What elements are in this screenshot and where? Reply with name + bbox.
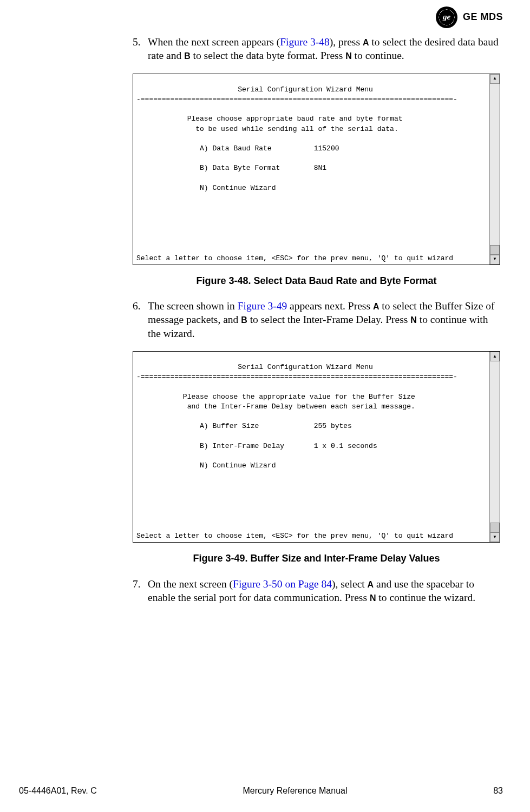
key-a: A [368, 580, 374, 589]
text: to select the Inter-Frame Delay. Press [247, 314, 411, 325]
key-n: N [370, 593, 376, 603]
terminal-option-b: B) Data Byte Format 8N1 [136, 164, 326, 172]
key-n: N [410, 315, 417, 325]
terminal-option-b: B) Inter-Frame Delay 1 x 0.1 seconds [136, 442, 377, 450]
key-n: N [345, 51, 352, 61]
text: to continue. [352, 50, 404, 61]
key-b: B [184, 51, 191, 61]
figure-reference-link[interactable]: Figure 3-50 on Page 84 [233, 578, 332, 590]
step-7: 7. On the next screen (Figure 3-50 on Pa… [133, 577, 500, 605]
terminal-title: Serial Configuration Wizard Menu [136, 363, 373, 371]
text: The screen shown in [148, 300, 238, 312]
terminal-screenshot-1: Serial Configuration Wizard Menu -======… [133, 74, 500, 265]
text: On the next screen ( [148, 578, 233, 590]
terminal-help-line: and the Inter-Frame Delay between each s… [136, 402, 415, 411]
terminal-rule: -=======================================… [136, 95, 457, 103]
terminal-content: Serial Configuration Wizard Menu -======… [133, 74, 489, 265]
brand-logo: ge GE MDS [436, 6, 503, 28]
brand-text: GE MDS [463, 11, 503, 23]
scroll-thumb[interactable] [490, 245, 500, 255]
figure-reference-link[interactable]: Figure 3-49 [238, 300, 287, 312]
step-number: 7. [133, 577, 148, 605]
terminal-title: Serial Configuration Wizard Menu [136, 85, 373, 94]
ge-monogram-icon: ge [436, 6, 457, 28]
scroll-up-icon[interactable]: ▲ [490, 74, 500, 84]
text: When the next screen appears ( [148, 36, 280, 48]
key-a: A [363, 38, 369, 47]
step-body: The screen shown in Figure 3-49 appears … [148, 299, 500, 340]
scrollbar[interactable]: ▲ ▼ [489, 74, 500, 265]
terminal-option-n: N) Continue Wizard [136, 461, 276, 470]
key-b: B [241, 315, 247, 325]
page-footer: 05-4446A01, Rev. C Mercury Reference Man… [19, 785, 503, 797]
text: to continue the wizard. [376, 592, 475, 603]
step-6: 6. The screen shown in Figure 3-49 appea… [133, 299, 500, 340]
terminal-help-line: Please choose the appropriate value for … [136, 393, 415, 401]
figure-49-caption: Figure 3-49. Buffer Size and Inter-Frame… [133, 552, 500, 565]
doc-title: Mercury Reference Manual [243, 785, 348, 797]
step-body: When the next screen appears (Figure 3-4… [148, 35, 500, 63]
text: appears next. Press [287, 300, 373, 312]
scroll-track[interactable] [490, 361, 500, 532]
terminal-prompt: Select a letter to choose item, <ESC> fo… [136, 531, 453, 541]
scrollbar[interactable]: ▲ ▼ [489, 352, 500, 542]
terminal-help-line: to be used while sending all of the seri… [136, 125, 398, 133]
scroll-up-icon[interactable]: ▲ [490, 352, 500, 361]
text: ), select [332, 578, 368, 590]
step-number: 5. [133, 35, 148, 63]
terminal-rule: -=======================================… [136, 373, 457, 381]
scroll-thumb[interactable] [490, 523, 500, 532]
key-a: A [373, 302, 379, 311]
main-content: 5. When the next screen appears (Figure … [133, 35, 500, 604]
terminal-screenshot-2: Serial Configuration Wizard Menu -======… [133, 351, 500, 543]
step-body: On the next screen (Figure 3-50 on Page … [148, 577, 500, 605]
terminal-prompt: Select a letter to choose item, <ESC> fo… [136, 254, 453, 263]
terminal-option-a: A) Data Baud Rate 115200 [136, 144, 339, 153]
document-page: ge GE MDS 5. When the next screen appear… [0, 0, 530, 812]
step-number: 6. [133, 299, 148, 340]
terminal-option-a: A) Buffer Size 255 bytes [136, 422, 352, 430]
figure-reference-link[interactable]: Figure 3-48 [280, 36, 330, 48]
terminal-help-line: Please choose appropriate baud rate and … [136, 115, 403, 123]
step-5: 5. When the next screen appears (Figure … [133, 35, 500, 63]
text: ), press [330, 36, 363, 48]
text: to select the data byte format. Press [191, 50, 345, 61]
terminal-option-n: N) Continue Wizard [136, 184, 276, 192]
monogram-text: ge [443, 12, 450, 23]
figure-48-caption: Figure 3-48. Select Data Baud Rate and B… [133, 275, 500, 287]
doc-id: 05-4446A01, Rev. C [19, 785, 97, 797]
scroll-down-icon[interactable]: ▼ [490, 255, 500, 265]
terminal-content: Serial Configuration Wizard Menu -======… [133, 352, 489, 542]
page-number: 83 [493, 785, 503, 797]
scroll-down-icon[interactable]: ▼ [490, 532, 500, 542]
scroll-track[interactable] [490, 84, 500, 255]
